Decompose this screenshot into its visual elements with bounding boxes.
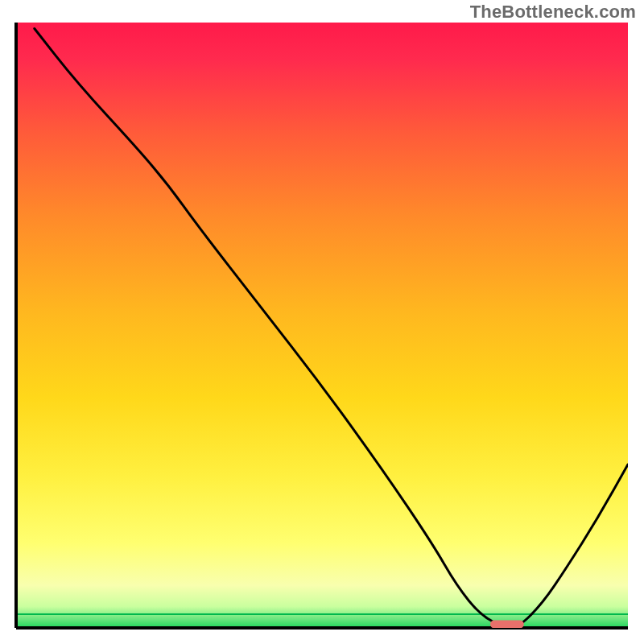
optimum-marker: [490, 621, 524, 629]
chart-svg: [0, 0, 644, 644]
chart-container: TheBottleneck.com: [0, 0, 644, 644]
watermark-text: TheBottleneck.com: [470, 2, 636, 23]
gradient-background: [16, 23, 628, 628]
